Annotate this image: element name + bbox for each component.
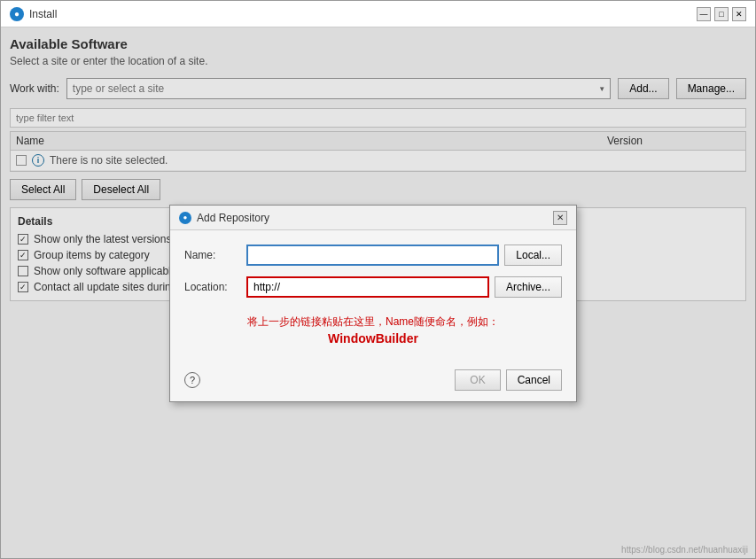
main-window: ● Install — □ ✕ Available Software Selec… bbox=[0, 0, 756, 559]
restore-button[interactable]: □ bbox=[714, 7, 729, 21]
dialog-bottom-row: ? OK Cancel bbox=[170, 364, 576, 401]
name-label: Name: bbox=[184, 249, 246, 261]
add-repository-dialog: ● Add Repository ✕ Name: Local... Locati… bbox=[169, 205, 577, 402]
annotation-line1: 将上一步的链接粘贴在这里，Name随便命名，例如： bbox=[247, 315, 499, 328]
window-content: Available Software Select a site or ente… bbox=[1, 27, 755, 558]
local-button[interactable]: Local... bbox=[504, 245, 562, 266]
help-icon[interactable]: ? bbox=[184, 372, 200, 388]
close-button[interactable]: ✕ bbox=[732, 7, 746, 21]
title-bar: ● Install — □ ✕ bbox=[1, 1, 755, 27]
dialog-title-left: ● Add Repository bbox=[179, 212, 269, 224]
location-input[interactable] bbox=[246, 276, 489, 298]
dialog-title-text: Add Repository bbox=[197, 212, 269, 224]
dialog-body: Name: Local... Location: Archive... 将上一步… bbox=[170, 230, 576, 364]
location-row: Location: Archive... bbox=[184, 276, 562, 298]
location-label: Location: bbox=[184, 281, 246, 293]
dialog-action-buttons: OK Cancel bbox=[455, 369, 562, 391]
window-title: Install bbox=[29, 8, 57, 20]
title-bar-left: ● Install bbox=[10, 7, 57, 21]
annotation-text: 将上一步的链接粘贴在这里，Name随便命名，例如： WindowBuilder bbox=[184, 308, 562, 353]
dialog-close-button[interactable]: ✕ bbox=[553, 211, 567, 225]
eclipse-icon: ● bbox=[10, 7, 24, 21]
archive-button[interactable]: Archive... bbox=[495, 276, 562, 298]
dialog-title-bar: ● Add Repository ✕ bbox=[170, 206, 576, 230]
cancel-button[interactable]: Cancel bbox=[506, 369, 562, 391]
minimize-button[interactable]: — bbox=[697, 7, 711, 21]
name-row: Name: Local... bbox=[184, 245, 562, 266]
window-controls: — □ ✕ bbox=[697, 7, 746, 21]
annotation-bold: WindowBuilder bbox=[328, 331, 418, 345]
dialog-eclipse-icon: ● bbox=[179, 212, 191, 224]
ok-button[interactable]: OK bbox=[455, 369, 500, 391]
name-input[interactable] bbox=[246, 245, 499, 266]
